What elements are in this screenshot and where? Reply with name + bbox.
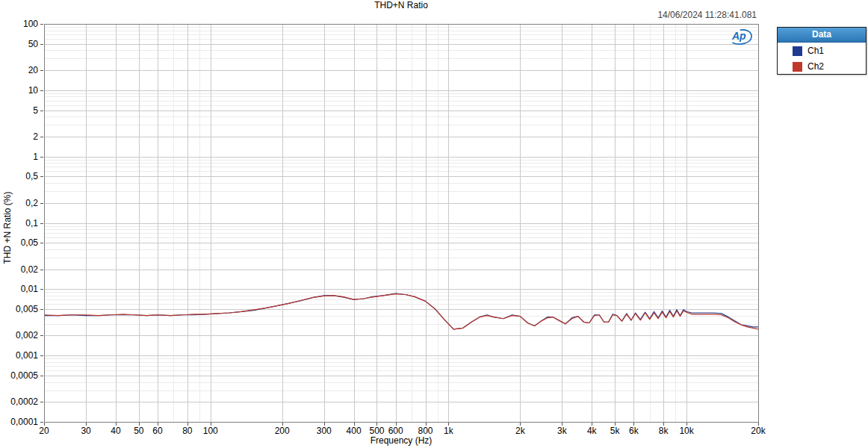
x-tick-label: 400 (347, 426, 362, 436)
x-tick-label: 50 (134, 426, 144, 436)
x-tick-label: 800 (418, 426, 433, 436)
tick-labels: 2030405060801002003004005006008001k2k3k4… (10, 19, 766, 436)
grid-minor (44, 24, 758, 422)
legend-panel[interactable]: Data Ch1Ch2 (777, 27, 867, 75)
series-curves (44, 293, 758, 329)
curve-ch1 (44, 293, 758, 329)
y-tick-label: 1 (33, 152, 38, 162)
y-tick-label: 50 (28, 39, 39, 49)
x-tick-label: 20 (39, 426, 49, 436)
legend-swatch-ch1 (793, 46, 802, 56)
y-tick-label: 0,0002 (10, 396, 38, 407)
y-tick-label: 0,0005 (10, 370, 38, 381)
curve-ch2 (44, 294, 758, 329)
x-tick-label: 4k (587, 426, 598, 436)
y-tick-label: 0,1 (25, 218, 38, 228)
x-tick-label: 20k (751, 426, 766, 436)
x-tick-label: 60 (152, 426, 163, 436)
x-tick-label: 3k (557, 426, 568, 436)
plot-area[interactable]: 2030405060801002003004005006008001k2k3k4… (0, 0, 868, 448)
x-tick-label: 500 (369, 426, 384, 436)
x-tick-label: 80 (182, 426, 193, 436)
legend-item-ch2[interactable]: Ch2 (778, 58, 866, 74)
x-tick-label: 200 (275, 426, 290, 436)
x-tick-label: 40 (111, 426, 121, 436)
x-tick-label: 100 (203, 426, 218, 436)
legend-item-ch1[interactable]: Ch1 (778, 43, 866, 58)
x-tick-label: 600 (388, 426, 403, 436)
y-tick-label: 0,05 (21, 237, 39, 248)
y-tick-label: 5 (33, 105, 38, 116)
legend-title: Data (778, 28, 866, 43)
legend-label: Ch1 (807, 46, 824, 56)
x-tick-label: 300 (317, 426, 332, 436)
svg-text:Ap: Ap (731, 30, 746, 42)
legend-label: Ch2 (807, 61, 824, 72)
axis-ticks (40, 25, 759, 426)
x-tick-label: 8k (659, 426, 669, 436)
y-tick-label: 0,5 (25, 171, 38, 181)
legend-swatch-ch2 (793, 62, 802, 72)
y-tick-label: 10 (28, 85, 39, 96)
y-tick-label: 0,02 (21, 264, 39, 275)
y-tick-label: 2 (33, 131, 38, 142)
y-tick-label: 20 (28, 65, 39, 75)
x-tick-label: 6k (629, 426, 639, 436)
y-tick-label: 0,2 (25, 198, 38, 208)
ap-logo-icon: Ap (728, 27, 756, 46)
ap-graph-window: THD+N Ratio 14/06/2024 11:28:41.081 THD … (0, 0, 868, 448)
x-tick-label: 5k (610, 426, 621, 436)
y-tick-label: 100 (23, 19, 38, 29)
x-tick-label: 10k (679, 426, 694, 436)
x-tick-label: 1k (444, 426, 454, 436)
x-tick-label: 2k (515, 426, 526, 436)
y-tick-label: 0,005 (16, 304, 38, 314)
legend-items: Ch1Ch2 (778, 43, 866, 74)
x-tick-label: 30 (81, 426, 91, 436)
y-tick-label: 0,0001 (10, 417, 38, 427)
y-tick-label: 0,01 (21, 284, 39, 294)
y-tick-label: 0,001 (16, 350, 38, 361)
y-tick-label: 0,002 (16, 330, 38, 340)
